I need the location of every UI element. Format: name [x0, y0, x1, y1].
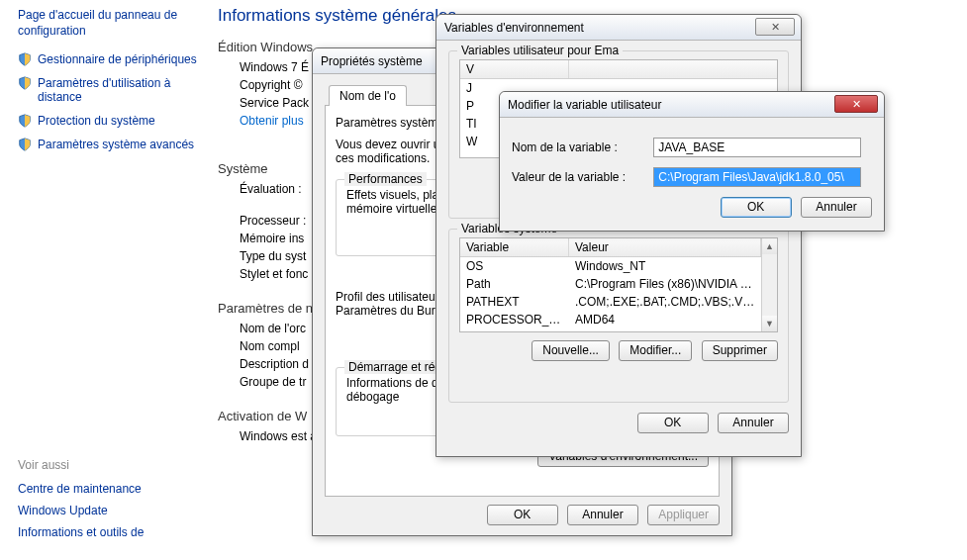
dialog-title: Variables d'environnement [444, 21, 584, 35]
tab-computer-name[interactable]: Nom de l'o [329, 85, 407, 106]
dialog-titlebar[interactable]: Modifier la variable utilisateur ✕ [500, 92, 884, 118]
ok-button[interactable]: OK [721, 197, 792, 218]
delete-button[interactable]: Supprimer [702, 340, 778, 361]
close-icon[interactable]: ✕ [834, 95, 878, 113]
edit-variable-dialog: Modifier la variable utilisateur ✕ Nom d… [499, 91, 885, 232]
ok-button[interactable]: OK [637, 413, 709, 433]
cancel-button[interactable]: Annuler [801, 197, 872, 218]
sidebar-item-label: Protection du système [38, 114, 155, 128]
sidebar-item-device-manager[interactable]: Gestionnaire de périphériques [18, 52, 198, 66]
sidebar-item-label: Gestionnaire de périphériques [38, 52, 197, 66]
env-vars-dialog: Variables d'environnement ✕ Variables ut… [435, 14, 802, 457]
sidebar-item-advanced[interactable]: Paramètres système avancés [18, 138, 198, 151]
sidebar-item-remote[interactable]: Paramètres d'utilisation à distance [18, 76, 198, 104]
scroll-up-icon[interactable]: ▲ [762, 238, 777, 254]
var-name-label: Nom de la variable : [512, 140, 650, 154]
shield-icon [18, 52, 32, 66]
control-panel-sidebar: Page d'accueil du panneau de configurati… [0, 0, 208, 560]
col-header-variable[interactable]: V [460, 60, 569, 78]
shield-icon [18, 114, 32, 128]
table-row[interactable]: PATHEXT.COM;.EXE;.BAT;.CMD;.VBS;.VBE;.JS… [460, 293, 761, 311]
var-value-input[interactable] [653, 167, 861, 187]
scrollbar[interactable]: ▲ ▼ [761, 238, 777, 331]
table-row[interactable]: PROCESSOR_A...AMD64 [460, 311, 761, 328]
shield-icon [18, 138, 32, 151]
dialog-titlebar[interactable]: Variables d'environnement ✕ [436, 15, 801, 41]
cancel-button[interactable]: Annuler [718, 413, 789, 433]
ok-button[interactable]: OK [487, 505, 558, 525]
sidebar-item-protection[interactable]: Protection du système [18, 114, 198, 128]
col-header-value[interactable]: Valeur [569, 238, 761, 256]
edit-button[interactable]: Modifier... [619, 340, 692, 361]
apply-button[interactable]: Appliquer [647, 505, 720, 525]
system-vars-listview[interactable]: Variable Valeur OSWindows_NT PathC:\Prog… [459, 237, 778, 332]
control-panel-home-link[interactable]: Page d'accueil du panneau de configurati… [18, 8, 198, 39]
var-name-input[interactable] [653, 138, 861, 157]
seealso-tools[interactable]: Informations et outils de [18, 525, 198, 539]
col-header-variable[interactable]: Variable [460, 238, 569, 256]
sidebar-item-label: Paramètres système avancés [38, 138, 194, 151]
table-row[interactable]: PathC:\Program Files (x86)\NVIDIA Corpor… [460, 275, 761, 293]
new-button[interactable]: Nouvelle... [532, 340, 610, 361]
seealso-windows-update[interactable]: Windows Update [18, 504, 198, 517]
dialog-title: Modifier la variable utilisateur [508, 98, 661, 112]
close-icon[interactable]: ✕ [755, 18, 795, 36]
shield-icon [18, 76, 32, 90]
sidebar-item-label: Paramètres d'utilisation à distance [38, 76, 198, 104]
seealso-maintenance[interactable]: Centre de maintenance [18, 482, 198, 496]
see-also-heading: Voir aussi [18, 458, 198, 472]
performance-group-legend: Performances [344, 172, 427, 186]
var-value-label: Valeur de la variable : [512, 170, 650, 184]
dialog-title: Propriétés système [321, 54, 423, 68]
cancel-button[interactable]: Annuler [567, 505, 638, 525]
table-row[interactable]: OSWindows_NT [460, 257, 761, 275]
scroll-down-icon[interactable]: ▼ [762, 316, 777, 331]
user-vars-legend: Variables utilisateur pour Ema [457, 44, 623, 57]
